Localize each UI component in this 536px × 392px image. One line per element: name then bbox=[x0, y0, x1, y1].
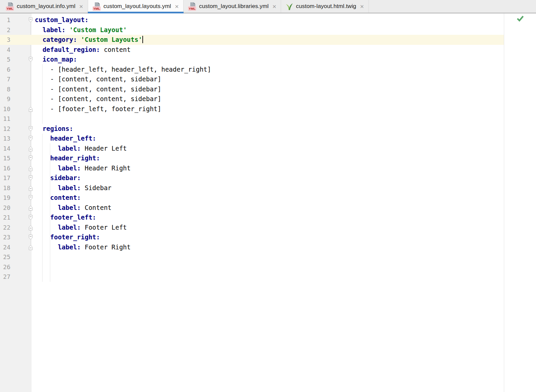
code-line-11[interactable]: 11 bbox=[0, 114, 504, 124]
code-line-21[interactable]: 21 footer_left: bbox=[0, 213, 504, 223]
code-line-23[interactable]: 23 footer_right: bbox=[0, 232, 504, 242]
code-line-1[interactable]: 1 custom_layout: bbox=[0, 15, 504, 25]
code-line-19[interactable]: 19 content: bbox=[0, 193, 504, 203]
fold-start-icon[interactable] bbox=[28, 126, 33, 132]
tab-label: custom_layout.libraries.yml bbox=[199, 3, 269, 10]
line-number: 15 bbox=[0, 153, 10, 163]
editor-area: 1 custom_layout:2 label: 'Custom Layout'… bbox=[0, 13, 536, 392]
fold-start-icon[interactable] bbox=[28, 195, 33, 201]
line-number: 14 bbox=[0, 144, 10, 154]
line-number: 21 bbox=[0, 213, 10, 223]
editor-tab-2[interactable]: YML custom_layout.layouts.yml✕ bbox=[88, 0, 184, 13]
tab-close-icon[interactable]: ✕ bbox=[79, 4, 83, 9]
line-number: 11 bbox=[0, 114, 10, 124]
fold-start-icon[interactable] bbox=[28, 155, 33, 161]
code-line-14[interactable]: 14 label: Header Left bbox=[0, 144, 504, 154]
code-text: header_right: bbox=[35, 153, 100, 163]
svg-text:YML: YML bbox=[189, 6, 196, 10]
code-text: content: bbox=[35, 193, 81, 203]
line-number: 27 bbox=[0, 272, 10, 282]
line-number: 4 bbox=[0, 45, 10, 55]
tab-close-icon[interactable]: ✕ bbox=[272, 4, 277, 9]
fold-end-icon[interactable] bbox=[28, 205, 33, 211]
editor-tab-4[interactable]: custom-layout.html.twig✕ bbox=[281, 0, 369, 13]
code-text: icon_map: bbox=[35, 55, 77, 65]
editor-tab-3[interactable]: YML custom_layout.libraries.yml✕ bbox=[184, 0, 281, 13]
fold-start-icon[interactable] bbox=[28, 175, 33, 181]
code-line-17[interactable]: 17 sidebar: bbox=[0, 173, 504, 183]
code-text: label: Sidebar bbox=[35, 183, 112, 193]
code-line-9[interactable]: 9 - [content, content, sidebar] bbox=[0, 94, 504, 104]
code-line-24[interactable]: 24 label: Footer Right bbox=[0, 242, 504, 252]
code-line-2[interactable]: 2 label: 'Custom Layout' bbox=[0, 25, 504, 35]
code-text: custom_layout: bbox=[35, 15, 88, 25]
editor-tab-bar: YML custom_layout.info.yml✕ YML custom_l… bbox=[0, 0, 536, 13]
fold-end-icon[interactable] bbox=[28, 244, 33, 250]
tab-close-icon[interactable]: ✕ bbox=[360, 4, 364, 9]
code-text: - [footer_left, footer_right] bbox=[35, 104, 161, 114]
line-number: 17 bbox=[0, 173, 10, 183]
code-line-20[interactable]: 20 label: Content bbox=[0, 203, 504, 213]
code-text: default_region: content bbox=[35, 45, 131, 55]
fold-start-icon[interactable] bbox=[28, 136, 33, 142]
code-line-27[interactable]: 27 bbox=[0, 272, 504, 282]
code-text: label: Footer Left bbox=[35, 223, 127, 233]
code-line-13[interactable]: 13 header_left: bbox=[0, 134, 504, 144]
code-text: - [content, content, sidebar] bbox=[35, 94, 161, 104]
code-text: label: 'Custom Layout' bbox=[35, 25, 127, 35]
code-text: label: Header Left bbox=[35, 144, 127, 154]
line-number: 22 bbox=[0, 223, 10, 233]
line-number: 8 bbox=[0, 84, 10, 94]
code-line-18[interactable]: 18 label: Sidebar bbox=[0, 183, 504, 193]
line-number: 5 bbox=[0, 55, 10, 65]
code-text: regions: bbox=[35, 124, 73, 134]
code-line-10[interactable]: 10 - [footer_left, footer_right] bbox=[0, 104, 504, 114]
inspection-status-ok-icon[interactable] bbox=[517, 15, 524, 23]
code-line-5[interactable]: 5 icon_map: bbox=[0, 55, 504, 65]
fold-start-icon[interactable] bbox=[28, 215, 33, 221]
line-number: 12 bbox=[0, 124, 10, 134]
code-line-12[interactable]: 12 regions: bbox=[0, 124, 504, 134]
code-content[interactable]: 1 custom_layout:2 label: 'Custom Layout'… bbox=[0, 13, 504, 282]
fold-start-icon[interactable] bbox=[28, 234, 33, 240]
fold-end-icon[interactable] bbox=[28, 185, 33, 191]
code-text: - [content, content, sidebar] bbox=[35, 84, 161, 94]
fold-start-icon[interactable] bbox=[28, 17, 33, 23]
code-text: footer_right: bbox=[35, 232, 100, 242]
yml-file-icon: YML bbox=[92, 2, 101, 11]
code-line-4[interactable]: 4 default_region: content bbox=[0, 45, 504, 55]
fold-end-icon[interactable] bbox=[28, 146, 33, 152]
code-text: category: 'Custom Layouts' bbox=[35, 35, 143, 45]
tab-close-icon[interactable]: ✕ bbox=[175, 4, 179, 9]
code-line-7[interactable]: 7 - [content, content, sidebar] bbox=[0, 74, 504, 84]
code-text: - [content, content, sidebar] bbox=[35, 74, 161, 84]
code-line-6[interactable]: 6 - [header_left, header_left, header_ri… bbox=[0, 65, 504, 75]
code-text: label: Footer Right bbox=[35, 242, 131, 252]
code-line-22[interactable]: 22 label: Footer Left bbox=[0, 223, 504, 233]
editor-tab-1[interactable]: YML custom_layout.info.yml✕ bbox=[0, 0, 88, 13]
code-line-16[interactable]: 16 label: Header Right bbox=[0, 163, 504, 173]
yml-file-icon: YML bbox=[6, 2, 14, 11]
fold-end-icon[interactable] bbox=[28, 225, 33, 231]
line-number: 24 bbox=[0, 242, 10, 252]
fold-end-icon[interactable] bbox=[28, 165, 33, 171]
fold-start-icon[interactable] bbox=[28, 57, 33, 63]
code-line-8[interactable]: 8 - [content, content, sidebar] bbox=[0, 84, 504, 94]
line-number: 20 bbox=[0, 203, 10, 213]
line-number: 1 bbox=[0, 15, 10, 25]
code-text: header_left: bbox=[35, 134, 96, 144]
tab-label: custom_layout.info.yml bbox=[17, 3, 75, 10]
code-line-3[interactable]: 3 category: 'Custom Layouts' bbox=[0, 35, 504, 45]
code-text: label: Header Right bbox=[35, 163, 131, 173]
line-number: 26 bbox=[0, 262, 10, 272]
svg-text:YML: YML bbox=[6, 6, 13, 10]
code-line-25[interactable]: 25 bbox=[0, 252, 504, 262]
code-line-26[interactable]: 26 bbox=[0, 262, 504, 272]
fold-end-icon[interactable] bbox=[28, 106, 33, 112]
yml-file-icon: YML bbox=[188, 2, 196, 11]
line-number: 7 bbox=[0, 74, 10, 84]
code-line-15[interactable]: 15 header_right: bbox=[0, 153, 504, 163]
tab-label: custom_layout.layouts.yml bbox=[104, 3, 171, 10]
line-number: 10 bbox=[0, 104, 10, 114]
line-number: 2 bbox=[0, 25, 10, 35]
